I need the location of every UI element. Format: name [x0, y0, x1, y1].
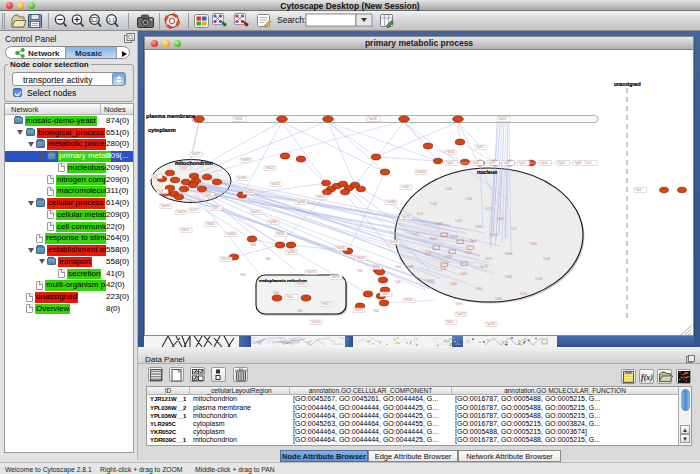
svg-text:Ydr057: Ydr057: [191, 152, 200, 156]
svg-text:Yjr40: Yjr40: [440, 267, 447, 271]
svg-text:Yhl33: Yhl33: [445, 255, 453, 259]
svg-text:Ygl87: Ygl87: [503, 161, 511, 165]
svg-text:Ycl49: Ycl49: [465, 251, 472, 255]
svg-text:Ybr6: Ybr6: [240, 273, 246, 277]
svg-text:Ykl6: Ykl6: [265, 257, 271, 261]
svg-text:Ypr057: Ypr057: [271, 182, 280, 186]
svg-text:Ybl09: Ybl09: [180, 166, 188, 170]
svg-text:Ydl05: Ydl05: [407, 265, 415, 269]
svg-text:Ygl72: Ygl72: [488, 161, 496, 165]
svg-text:Ydr025: Ydr025: [316, 195, 325, 199]
svg-text:Ybl026: Ybl026: [356, 256, 365, 260]
svg-text:Yjr70: Yjr70: [510, 227, 517, 231]
svg-text:Ygl52: Ygl52: [558, 161, 566, 165]
svg-text:Ypr025: Ypr025: [251, 210, 260, 214]
svg-text:Ydr3: Ydr3: [635, 188, 641, 192]
svg-text:nucleus: nucleus: [477, 169, 497, 175]
svg-text:Ygr032: Ygr032: [486, 322, 495, 326]
svg-text:Ygl30: Ygl30: [446, 161, 454, 165]
svg-text:Ygr086: Ygr086: [268, 220, 277, 224]
svg-text:1:1: 1:1: [108, 17, 115, 23]
svg-text:Yhl75: Yhl75: [485, 257, 493, 261]
svg-text:Ydr3: Ydr3: [273, 291, 279, 295]
svg-text:Ymr0: Ymr0: [204, 193, 211, 197]
svg-text:Ygl68: Ygl68: [574, 161, 582, 165]
svg-text:Yfl054: Yfl054: [234, 117, 243, 121]
svg-text:Ydr0: Ydr0: [395, 265, 401, 269]
svg-text:Ygl6: Ygl6: [395, 280, 401, 284]
svg-text:Ybr90: Ybr90: [455, 302, 463, 306]
svg-text:Ykl0: Ykl0: [297, 309, 303, 313]
svg-text:Ydr057: Ydr057: [321, 302, 330, 306]
svg-text:Yor1: Yor1: [586, 161, 592, 165]
svg-text:Yjr57: Yjr57: [417, 212, 424, 216]
svg-text:Ydl00: Ydl00: [475, 287, 483, 291]
svg-text:Ydl65: Ydl65: [460, 272, 468, 276]
svg-text:Ydr045: Ydr045: [311, 320, 320, 324]
svg-text:Ydl47: Ydl47: [497, 217, 505, 221]
svg-text:Ybr42: Ybr42: [470, 239, 478, 243]
svg-text:Yml00: Yml00: [401, 185, 409, 189]
svg-text:Ygr080: Ygr080: [286, 250, 295, 254]
svg-text:Ydl30: Ydl30: [495, 297, 503, 301]
svg-text:Ygr022: Ygr022: [456, 312, 465, 316]
svg-text:Ygl56: Ygl56: [472, 161, 480, 165]
svg-text:unassigned: unassigned: [614, 82, 641, 87]
svg-text:Yhl33: Yhl33: [475, 225, 483, 229]
svg-text:Ybr4: Ybr4: [250, 243, 256, 247]
svg-text:Ycl38: Ycl38: [543, 257, 550, 261]
svg-text:Ykl060: Ykl060: [331, 275, 340, 279]
svg-text:Ydr033: Ydr033: [241, 158, 250, 162]
svg-text:Yhl10: Yhl10: [530, 242, 538, 246]
svg-text:Yjl013: Yjl013: [181, 228, 189, 232]
svg-text:Ykl072: Ykl072: [221, 257, 230, 261]
svg-text:Yjl4: Yjl4: [158, 190, 163, 194]
svg-text:Ygl34: Ygl34: [540, 161, 548, 165]
svg-text:plasma membrane: plasma membrane: [146, 113, 195, 119]
svg-text:Yml030: Yml030: [416, 170, 426, 174]
svg-text:Ykl032: Ykl032: [404, 298, 413, 302]
svg-text:Ybl080: Ybl080: [371, 265, 380, 269]
svg-text:Ycl50: Ycl50: [520, 292, 527, 296]
svg-text:Ygr070: Ygr070: [306, 270, 315, 274]
svg-text:Ycl60: Ycl60: [430, 202, 437, 206]
svg-text:Ycl60: Ycl60: [445, 187, 452, 191]
svg-text:Yjl047: Yjl047: [381, 292, 389, 296]
svg-text:Ykl4: Ykl4: [373, 309, 379, 313]
svg-text:Yhl39: Yhl39: [427, 279, 435, 283]
svg-text:Ybl010: Ybl010: [446, 150, 455, 154]
svg-text:Ykl217: Ykl217: [498, 117, 507, 121]
svg-text:Ypr019: Ypr019: [161, 204, 170, 208]
svg-text:Ybr90: Ybr90: [505, 252, 513, 256]
svg-text:Yil04: Yil04: [286, 295, 293, 299]
svg-text:Ypr017: Ypr017: [189, 208, 198, 212]
svg-text:cytoplasm: cytoplasm: [148, 127, 176, 133]
svg-text:Search:: Search:: [277, 15, 306, 25]
svg-text:Ybr78: Ybr78: [480, 265, 488, 269]
svg-text:Ygr56: Ygr56: [490, 233, 498, 237]
svg-text:Ygr060: Ygr060: [296, 200, 305, 204]
svg-text:Ybr18: Ybr18: [450, 235, 458, 239]
svg-text:Ygl12: Ygl12: [518, 161, 526, 165]
svg-text:Ypr039: Ypr039: [237, 176, 246, 180]
svg-text:Ygr030: Ygr030: [401, 215, 410, 219]
svg-text:Ypr019: Ypr019: [389, 240, 398, 244]
svg-text:Ypr05: Ypr05: [476, 145, 484, 149]
svg-text:Ycl90: Ycl90: [465, 197, 472, 201]
svg-text:Yml070: Yml070: [176, 210, 186, 214]
svg-text:Ydr023: Ydr023: [265, 166, 274, 170]
svg-text:Yml060: Yml060: [386, 200, 396, 204]
svg-text:Ypl036: Ypl036: [368, 117, 377, 121]
svg-text:f(x): f(x): [641, 373, 653, 382]
svg-text:Yml052: Yml052: [296, 282, 306, 286]
svg-text:Ydl65: Ydl65: [450, 282, 458, 286]
svg-text:Yjl081: Yjl081: [211, 206, 219, 210]
svg-text:Yml074: Yml074: [244, 190, 254, 194]
svg-text:Ybl032: Ybl032: [276, 232, 285, 236]
svg-text:Ykl046: Ykl046: [336, 246, 345, 250]
svg-text:Ycl50: Ycl50: [535, 277, 542, 281]
svg-text:Ycl07: Ycl07: [455, 219, 462, 223]
svg-text:Ygr85: Ygr85: [435, 222, 443, 226]
svg-text:Ykl00: Ykl00: [446, 320, 453, 324]
svg-text:Ybl082: Ybl082: [206, 222, 215, 226]
